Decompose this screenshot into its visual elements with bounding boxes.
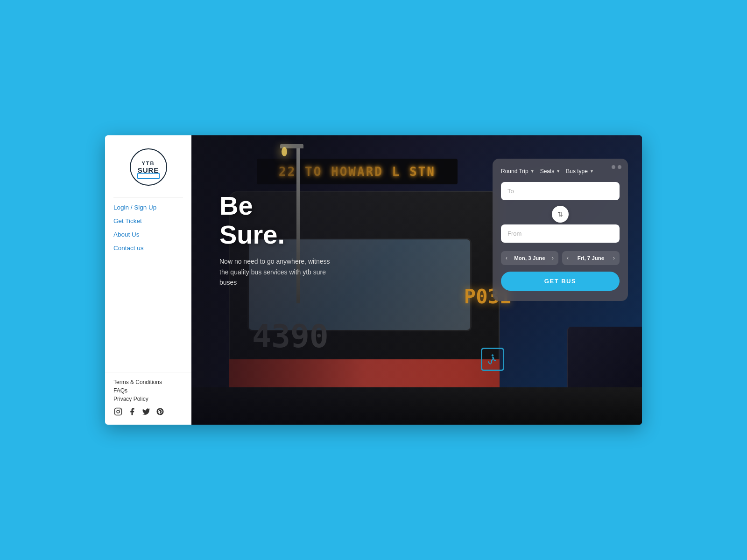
bus-type-filter[interactable]: Bus type ▼: [566, 168, 594, 175]
sidebar-nav: Login / Sign Up Get Ticket About Us Cont…: [105, 204, 191, 372]
hero-text-block: Be Sure. Now no need to go anywhere, wit…: [219, 191, 336, 287]
twitter-icon[interactable]: [141, 407, 151, 416]
pinterest-icon[interactable]: [155, 407, 165, 416]
hero-section: 22 TO HOWARD L STN P031 4390: [191, 135, 642, 425]
panel-filters: Round Trip ▼ Seats ▼ Bus type ▼: [501, 168, 620, 175]
bus-type-label: Bus type: [566, 168, 588, 175]
panel-decorations: [612, 165, 621, 169]
svg-rect-0: [115, 408, 122, 415]
departure-date: Mon, 3 June: [514, 255, 545, 261]
sidebar-item-login[interactable]: Login / Sign Up: [113, 204, 191, 211]
departure-prev-arrow[interactable]: ‹: [505, 255, 508, 261]
logo-text-main: SURE: [138, 166, 159, 174]
social-links: [113, 407, 183, 416]
departure-next-arrow[interactable]: ›: [551, 255, 555, 261]
terms-link[interactable]: Terms & Conditions: [113, 379, 183, 385]
sidebar-item-contact[interactable]: Contact us: [113, 245, 191, 252]
bus-type-arrow: ▼: [590, 169, 594, 174]
round-trip-arrow: ▼: [530, 169, 535, 174]
seats-label: Seats: [540, 168, 555, 175]
round-trip-label: Round Trip: [501, 168, 529, 175]
seats-arrow: ▼: [556, 169, 560, 174]
sidebar: YTB SURE Login / Sign Up Get Ticket Abou…: [105, 135, 191, 425]
app-window: YTB SURE Login / Sign Up Get Ticket Abou…: [105, 135, 642, 425]
departure-date-picker[interactable]: ‹ Mon, 3 June ›: [501, 251, 558, 265]
date-row: ‹ Mon, 3 June › ‹ Fri, 7 June ›: [501, 251, 620, 265]
logo-text-top: YTB: [142, 161, 155, 166]
to-input[interactable]: [501, 182, 620, 200]
swap-button[interactable]: ⇅: [552, 206, 569, 223]
hero-subtitle: Now no need to go anywhere, witness the …: [219, 256, 336, 287]
hero-title: Be Sure.: [219, 191, 336, 249]
return-next-arrow[interactable]: ›: [612, 255, 616, 261]
panel-dot-1: [612, 165, 615, 169]
search-panel: Round Trip ▼ Seats ▼ Bus type ▼ ⇅: [493, 159, 628, 301]
sidebar-item-about[interactable]: About Us: [113, 231, 191, 238]
sidebar-footer: Terms & Conditions FAQs Privacy Policy: [105, 372, 191, 425]
return-date: Fri, 7 June: [578, 255, 605, 261]
sidebar-item-get-ticket[interactable]: Get Ticket: [113, 217, 191, 224]
from-input[interactable]: [501, 224, 620, 243]
seats-filter[interactable]: Seats ▼: [540, 168, 561, 175]
instagram-icon[interactable]: [113, 407, 123, 416]
return-prev-arrow[interactable]: ‹: [566, 255, 570, 261]
get-bus-button[interactable]: GET BUS: [501, 272, 620, 291]
svg-point-1: [117, 410, 120, 413]
faqs-link[interactable]: FAQs: [113, 387, 183, 394]
logo: YTB SURE: [130, 148, 167, 186]
round-trip-filter[interactable]: Round Trip ▼: [501, 168, 535, 175]
facebook-icon[interactable]: [127, 407, 137, 416]
privacy-link[interactable]: Privacy Policy: [113, 396, 183, 402]
logo-area: YTB SURE: [105, 135, 191, 195]
svg-point-2: [120, 409, 120, 410]
sidebar-divider: [113, 197, 183, 197]
return-date-picker[interactable]: ‹ Fri, 7 June ›: [562, 251, 620, 265]
panel-dot-2: [618, 165, 621, 169]
